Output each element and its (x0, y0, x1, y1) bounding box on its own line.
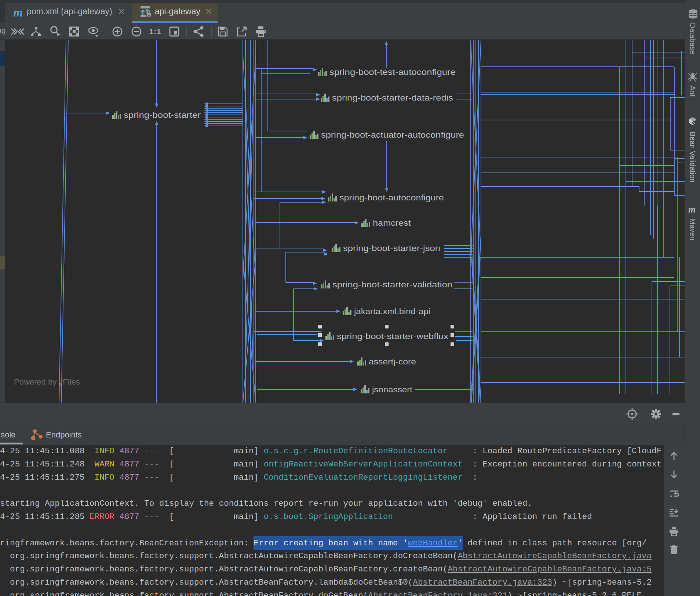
svg-text:jsonassert: jsonassert (372, 385, 412, 394)
svg-text:n: n (148, 14, 150, 17)
svg-text:spring-boot-autoconfigure: spring-boot-autoconfigure (339, 193, 444, 202)
svg-text:Powered by yFiles: Powered by yFiles (14, 377, 80, 386)
svg-text:assertj-core: assertj-core (369, 357, 416, 366)
svg-text:spring-boot-starter-validation: spring-boot-starter-validation (332, 280, 452, 289)
svg-text:spring-boot-starter-json: spring-boot-starter-json (343, 244, 440, 253)
svg-text:spring-boot-starter: spring-boot-starter (124, 110, 201, 120)
svg-text:spring-boot-actuator-autoconfi: spring-boot-actuator-autoconfigure (321, 130, 464, 139)
svg-text:spring-boot-starter-data-redis: spring-boot-starter-data-redis (332, 93, 453, 102)
svg-text:spring-boot-test-autoconfigure: spring-boot-test-autoconfigure (329, 68, 456, 77)
svg-text:spring-boot-starter-webflux: spring-boot-starter-webflux (337, 332, 448, 341)
svg-text:hamcrest: hamcrest (373, 218, 411, 228)
svg-text:jakarta.xml.bind-api: jakarta.xml.bind-api (354, 307, 430, 316)
